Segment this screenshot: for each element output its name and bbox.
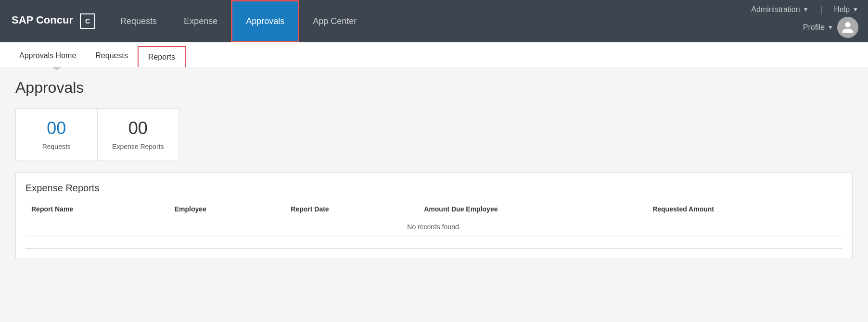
help-menu[interactable]: Help ▼ [834, 5, 858, 14]
sub-nav-requests[interactable]: Requests [86, 46, 138, 67]
table-footer-cell [26, 237, 842, 249]
administration-label: Administration [751, 5, 800, 14]
avatar-icon [841, 21, 855, 34]
logo-area: SAP Concur C [0, 0, 107, 42]
main-content: Approvals 00 Requests 00 Expense Reports… [0, 67, 868, 322]
user-avatar[interactable] [837, 17, 858, 38]
stat-label-expense: Expense Reports [112, 143, 164, 150]
top-navigation: SAP Concur C Requests Expense Approvals … [0, 0, 868, 42]
administration-menu[interactable]: Administration ▼ [751, 5, 808, 14]
sub-nav-reports[interactable]: Reports [138, 46, 186, 67]
nav-item-requests[interactable]: Requests [107, 0, 170, 42]
table-header-row: Report Name Employee Report Date Amount … [26, 201, 842, 217]
sub-nav-approvals-home[interactable]: Approvals Home [10, 46, 86, 67]
nav-divider: | [820, 5, 823, 15]
profile-caret: ▼ [828, 24, 833, 31]
logo-text: SAP Concur C [12, 13, 95, 29]
nav-item-appcenter[interactable]: App Center [299, 0, 370, 42]
nav-item-expense[interactable]: Expense [170, 0, 231, 42]
table-footer-row [26, 237, 842, 249]
administration-caret: ▼ [803, 6, 809, 13]
table-body: No records found. [26, 217, 842, 249]
profile-section: Administration ▼ | Help ▼ Profile ▼ [751, 5, 858, 38]
page-title: Approvals [15, 79, 853, 97]
stat-card-expense-reports[interactable]: 00 Expense Reports [98, 109, 179, 161]
help-caret: ▼ [853, 6, 858, 13]
stat-number-requests: 00 [27, 118, 86, 138]
expense-reports-section: Expense Reports Report Name Employee Rep… [15, 173, 853, 259]
stats-container: 00 Requests 00 Expense Reports [15, 108, 179, 161]
profile-label: Profile [803, 23, 825, 32]
nav-item-approvals[interactable]: Approvals [231, 0, 299, 42]
stat-card-requests[interactable]: 00 Requests [16, 109, 98, 161]
no-records-message: No records found. [26, 217, 842, 237]
stat-number-expense: 00 [109, 118, 167, 138]
col-report-name: Report Name [26, 201, 169, 217]
profile-row: Profile ▼ [803, 17, 858, 38]
sub-navigation: Approvals Home Requests Reports [0, 42, 868, 67]
empty-row: No records found. [26, 217, 842, 237]
col-employee: Employee [169, 201, 285, 217]
help-label: Help [834, 5, 850, 14]
logo-icon: C [80, 13, 95, 29]
top-right: Administration ▼ | Help ▼ Profile ▼ [751, 5, 868, 38]
stat-label-requests: Requests [42, 143, 71, 150]
col-requested-amount: Requested Amount [647, 201, 842, 217]
col-amount-due: Amount Due Employee [418, 201, 647, 217]
profile-menu[interactable]: Profile ▼ [803, 23, 833, 32]
table-header: Report Name Employee Report Date Amount … [26, 201, 842, 217]
sub-nav-indicator [52, 67, 62, 71]
table-title: Expense Reports [26, 183, 842, 194]
expense-reports-table: Report Name Employee Report Date Amount … [26, 201, 842, 249]
nav-items: Requests Expense Approvals App Center [107, 0, 751, 42]
admin-row: Administration ▼ | Help ▼ [751, 5, 858, 15]
col-report-date: Report Date [285, 201, 418, 217]
